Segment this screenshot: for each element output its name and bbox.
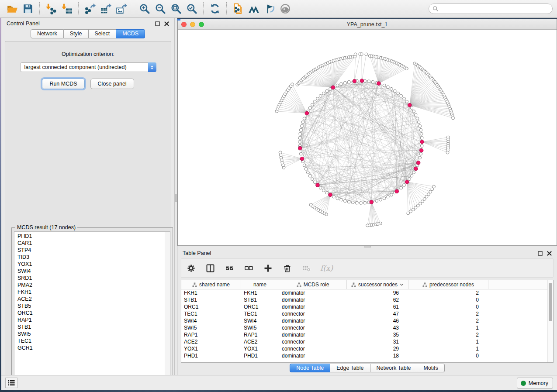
gear-icon[interactable] bbox=[186, 263, 196, 273]
column-type-icon bbox=[351, 282, 356, 287]
close-panel-icon[interactable] bbox=[164, 21, 169, 26]
function-builder-icon[interactable]: f(x) bbox=[320, 264, 333, 272]
memory-button[interactable]: Memory bbox=[517, 378, 553, 389]
hide-flag-icon[interactable] bbox=[262, 2, 277, 16]
split-columns-icon[interactable] bbox=[205, 263, 215, 273]
table-cell-mcds_role: connector bbox=[279, 338, 347, 345]
table-row[interactable]: FKH1FKH1dominator962 bbox=[181, 289, 553, 296]
window-close-icon[interactable] bbox=[181, 22, 187, 27]
mcds-result-groupbox: MCDS result (17 nodes) PHD1 CAR1 STP4 TI… bbox=[11, 227, 173, 389]
float-panel-icon[interactable] bbox=[155, 21, 160, 26]
table-cell-successor: 96 bbox=[347, 289, 408, 296]
optimization-criterion-label: Optimization criterion: bbox=[5, 51, 171, 57]
optimization-criterion-select[interactable]: largest connected component (undirected) bbox=[20, 62, 156, 72]
column-header-predecessor-nodes[interactable]: predecessor nodes bbox=[408, 280, 488, 289]
tab-select[interactable]: Select bbox=[89, 29, 117, 38]
close-panel-icon[interactable] bbox=[547, 251, 552, 256]
list-item[interactable]: ORC1 bbox=[17, 309, 170, 316]
table-row[interactable]: SWI4SWI4dominator462 bbox=[181, 317, 553, 324]
refresh-icon[interactable] bbox=[207, 2, 223, 16]
table-row[interactable]: TEC1TEC1connector472 bbox=[181, 310, 553, 317]
table-row[interactable]: SWI5SWI5connector431 bbox=[181, 324, 553, 331]
table-cell-name: ORC1 bbox=[241, 303, 279, 310]
search-input[interactable] bbox=[441, 6, 549, 12]
table-row[interactable]: YOX1YOX1connector291 bbox=[181, 345, 553, 352]
network-graph[interactable] bbox=[178, 30, 557, 245]
table-scrollbar[interactable] bbox=[547, 280, 553, 362]
run-mcds-button[interactable]: Run MCDS bbox=[42, 79, 84, 89]
table-cell-mcds_role: dominator bbox=[279, 352, 347, 359]
table-scrollbar-thumb[interactable] bbox=[549, 283, 552, 321]
table-row[interactable]: ACE2ACE2connector311 bbox=[181, 338, 553, 345]
list-item[interactable]: RAP1 bbox=[17, 316, 170, 323]
export-table-icon[interactable] bbox=[98, 2, 114, 16]
tab-mcds[interactable]: MCDS bbox=[116, 29, 145, 38]
list-item[interactable]: GCR1 bbox=[17, 344, 170, 351]
table-row[interactable]: RAP1RAP1dominator352 bbox=[181, 331, 553, 338]
float-panel-icon[interactable] bbox=[538, 251, 543, 256]
mcds-list-scrollbar[interactable] bbox=[165, 232, 170, 386]
tab-style[interactable]: Style bbox=[64, 29, 89, 38]
list-item[interactable]: SWI4 bbox=[17, 268, 170, 275]
zoom-in-icon[interactable] bbox=[137, 2, 152, 16]
zoom-selected-icon[interactable] bbox=[184, 2, 200, 16]
save-session-icon[interactable] bbox=[20, 2, 36, 16]
table-row[interactable]: STB1STB1dominator620 bbox=[181, 296, 553, 303]
list-item[interactable]: SWI5 bbox=[17, 330, 170, 337]
table-cell-shared_name: PHD1 bbox=[181, 352, 241, 359]
delete-column-icon[interactable] bbox=[282, 263, 292, 273]
zoom-fit-icon[interactable] bbox=[168, 2, 184, 16]
list-item[interactable]: TID3 bbox=[17, 254, 170, 261]
log-console-button[interactable] bbox=[5, 378, 17, 388]
export-network-icon[interactable] bbox=[82, 2, 98, 16]
table-row[interactable]: ORC1ORC1dominator610 bbox=[181, 303, 553, 310]
add-column-icon[interactable] bbox=[263, 263, 273, 273]
zoom-out-icon[interactable] bbox=[152, 2, 168, 16]
binoculars-icon[interactable] bbox=[246, 2, 262, 16]
splitter-grip[interactable] bbox=[175, 194, 177, 202]
list-item[interactable]: STP4 bbox=[17, 247, 170, 254]
tab-network[interactable]: Network bbox=[31, 29, 64, 38]
list-item[interactable]: ACE2 bbox=[17, 296, 170, 303]
list-item[interactable]: STB1 bbox=[17, 323, 170, 330]
deselect-all-icon[interactable] bbox=[243, 263, 254, 273]
list-item[interactable]: TEC1 bbox=[17, 337, 170, 344]
select-all-icon[interactable] bbox=[224, 263, 235, 273]
list-item[interactable]: FKH1 bbox=[17, 289, 170, 296]
list-item[interactable]: STB5 bbox=[17, 303, 170, 309]
list-item[interactable]: PHD1 bbox=[17, 233, 170, 240]
column-header-mcds-role[interactable]: MCDS role bbox=[279, 280, 347, 289]
mcds-result-list[interactable]: PHD1 CAR1 STP4 TID3 YOX1 SWI4 SRD1 PMA2 … bbox=[14, 231, 170, 387]
column-header-name[interactable]: name bbox=[241, 280, 279, 289]
table-cell-successor: 29 bbox=[347, 345, 408, 352]
table-cell-predecessor: 1 bbox=[408, 345, 488, 352]
import-table-icon[interactable] bbox=[59, 2, 75, 16]
table-header-row: shared name name MCDS role successor nod… bbox=[181, 280, 553, 289]
toolbar-separator bbox=[78, 2, 79, 15]
network-window-titlebar[interactable]: YPA_prune.txt_1 bbox=[178, 19, 557, 30]
export-image-icon[interactable] bbox=[114, 2, 129, 16]
list-item[interactable]: CAR1 bbox=[17, 240, 170, 247]
import-network-icon[interactable] bbox=[43, 2, 59, 16]
mcds-tab-pane: Optimization criterion: largest connecte… bbox=[5, 41, 171, 387]
tab-motifs[interactable]: Motifs bbox=[417, 364, 444, 372]
table-cell-mcds_role: connector bbox=[279, 324, 347, 331]
tab-edge-table[interactable]: Edge Table bbox=[330, 364, 370, 372]
tab-node-table[interactable]: Node Table bbox=[290, 364, 330, 372]
open-session-icon[interactable] bbox=[4, 2, 20, 16]
eye-icon[interactable] bbox=[277, 2, 293, 16]
window-maximize-icon[interactable] bbox=[199, 22, 204, 27]
list-item[interactable]: SRD1 bbox=[17, 275, 170, 282]
network-canvas[interactable] bbox=[178, 30, 557, 245]
close-panel-button[interactable]: Close panel bbox=[90, 79, 134, 89]
window-minimize-icon[interactable] bbox=[190, 22, 195, 27]
column-header-shared-name[interactable]: shared name bbox=[181, 280, 241, 289]
list-item[interactable]: PMA2 bbox=[17, 282, 170, 289]
table-row[interactable]: PHD1PHD1dominator180 bbox=[181, 352, 553, 359]
search-box[interactable] bbox=[429, 3, 553, 14]
table-cell-name: SWI5 bbox=[241, 324, 279, 331]
list-item[interactable]: YOX1 bbox=[17, 261, 170, 268]
column-header-successor-nodes[interactable]: successor nodes bbox=[347, 280, 408, 289]
tab-network-table[interactable]: Network Table bbox=[370, 364, 418, 372]
network-document-icon[interactable] bbox=[230, 2, 246, 16]
